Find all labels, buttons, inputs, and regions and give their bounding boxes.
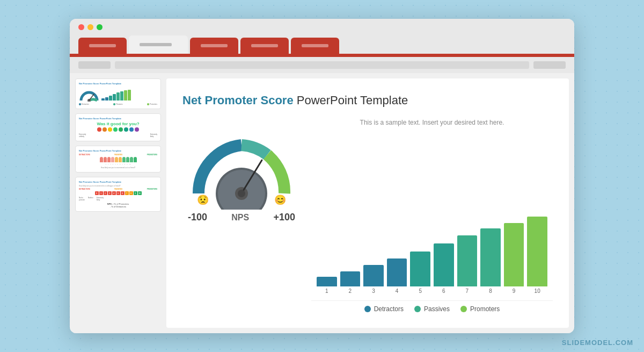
tab-4[interactable]	[240, 38, 289, 54]
tab-3[interactable]	[190, 38, 238, 54]
slide-thumb-1[interactable]: Net Promoter Score PowerPoint Template	[75, 78, 161, 109]
minimize-icon[interactable]	[87, 24, 93, 30]
bar-label-9: 9	[513, 288, 516, 294]
gauge-wrapper: 😟 😊	[188, 124, 295, 210]
browser-tabs	[78, 35, 566, 54]
watermark: SLIDEMODEL.COM	[562, 339, 633, 347]
bar-label-2: 2	[349, 288, 352, 294]
legend-promoters: Promoters	[460, 305, 500, 313]
bar-8	[480, 228, 501, 286]
bar-column-9: 9	[504, 223, 524, 294]
main-slide: Net Promoter Score PowerPoint Template	[166, 78, 569, 328]
mini-gauge	[79, 87, 99, 102]
bar-3	[363, 265, 384, 286]
gauge-svg: 😟 😊	[188, 124, 295, 210]
browser-dots	[78, 24, 566, 30]
tab-1[interactable]	[78, 38, 127, 54]
bar-label-7: 7	[466, 288, 469, 294]
bar-2	[340, 271, 361, 286]
bar-column-4: 4	[387, 258, 407, 294]
chart-description: This is a sample text. Insert your desir…	[311, 118, 553, 127]
toolbar-back[interactable]	[78, 61, 111, 69]
slide-thumb-3[interactable]: Net Promoter Score PowerPoint Template D…	[75, 146, 161, 173]
bar-chart: 12345678910	[311, 136, 553, 294]
bar-1	[317, 277, 337, 286]
bar-column-5: 5	[410, 252, 430, 294]
browser-titlebar	[70, 19, 574, 57]
detractors-dot	[364, 306, 371, 312]
bar-column-1: 1	[317, 277, 337, 294]
legend-passives: Passives	[414, 305, 450, 313]
bar-label-4: 4	[396, 288, 399, 294]
bar-10	[527, 217, 547, 286]
tab-2[interactable]	[129, 35, 188, 54]
bar-column-2: 2	[340, 271, 361, 294]
bar-5	[410, 252, 430, 286]
bar-4	[387, 258, 407, 286]
slide-title: Net Promoter Score PowerPoint Template	[182, 94, 553, 107]
slides-panel: Net Promoter Score PowerPoint Template	[75, 78, 161, 328]
toolbar-reload[interactable]	[533, 61, 566, 69]
bar-column-3: 3	[363, 265, 384, 294]
slide-thumb-2[interactable]: Net Promoter Score PowerPoint Template W…	[75, 113, 161, 141]
browser-content: Net Promoter Score PowerPoint Template	[70, 73, 574, 333]
address-bar[interactable]	[115, 61, 529, 69]
chart-legend: Detractors Passives Promoters	[311, 300, 553, 317]
svg-text:😟: 😟	[197, 194, 209, 206]
bar-label-3: 3	[372, 288, 375, 294]
bar-label-5: 5	[419, 288, 422, 294]
bar-column-7: 7	[457, 235, 478, 294]
bar-7	[457, 235, 478, 286]
bar-label-1: 1	[325, 288, 328, 294]
bar-9	[504, 223, 524, 286]
bar-column-6: 6	[434, 243, 454, 294]
tab-5[interactable]	[291, 38, 339, 54]
bar-label-8: 8	[489, 288, 492, 294]
mini-bar-chart	[101, 90, 131, 100]
close-icon[interactable]	[78, 24, 84, 30]
bar-column-8: 8	[480, 228, 501, 294]
browser-window: Net Promoter Score PowerPoint Template	[70, 19, 574, 333]
bar-label-10: 10	[535, 288, 540, 294]
svg-text:😊: 😊	[274, 194, 287, 206]
svg-point-7	[238, 190, 245, 197]
legend-detractors: Detractors	[364, 305, 404, 313]
bar-label-6: 6	[442, 288, 445, 294]
bar-6	[434, 243, 454, 286]
passives-dot	[414, 306, 421, 312]
gauge-labels: -100 NPS +100	[188, 212, 295, 223]
gauge-section: 😟 😊 -100 NPS +100	[182, 118, 301, 317]
promoters-dot	[460, 306, 467, 312]
slide-thumb-4[interactable]: Net Promoter Score PowerPoint Template H…	[75, 177, 161, 212]
maximize-icon[interactable]	[97, 24, 103, 30]
browser-toolbar	[70, 57, 574, 73]
chart-section: This is a sample text. Insert your desir…	[311, 118, 553, 317]
slide-body: 😟 😊 -100 NPS +100 This is a sample text.…	[182, 118, 553, 317]
bar-column-10: 10	[527, 217, 547, 294]
